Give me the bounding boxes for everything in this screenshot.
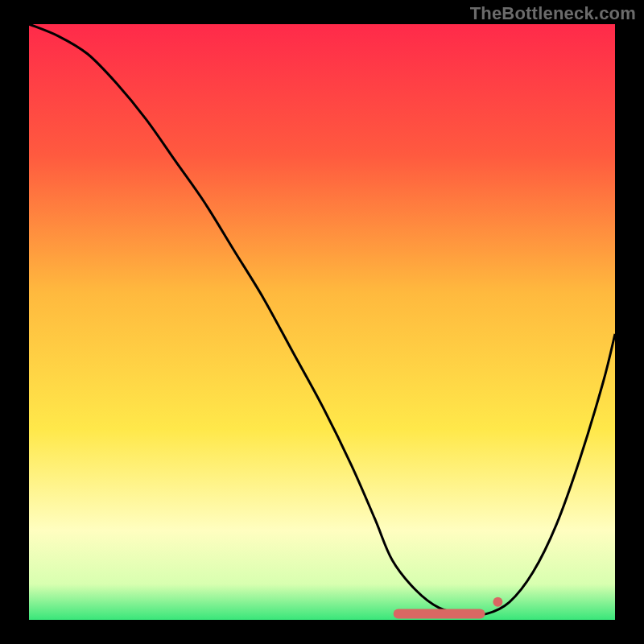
chart-frame: TheBottleneck.com bbox=[0, 0, 644, 644]
optimal-dot-marker bbox=[493, 597, 502, 607]
chart-svg bbox=[0, 0, 644, 644]
right-border bbox=[615, 0, 644, 644]
plot-area bbox=[29, 24, 615, 620]
left-border bbox=[0, 0, 29, 644]
watermark-text: TheBottleneck.com bbox=[470, 3, 636, 24]
bottom-border bbox=[0, 620, 644, 644]
